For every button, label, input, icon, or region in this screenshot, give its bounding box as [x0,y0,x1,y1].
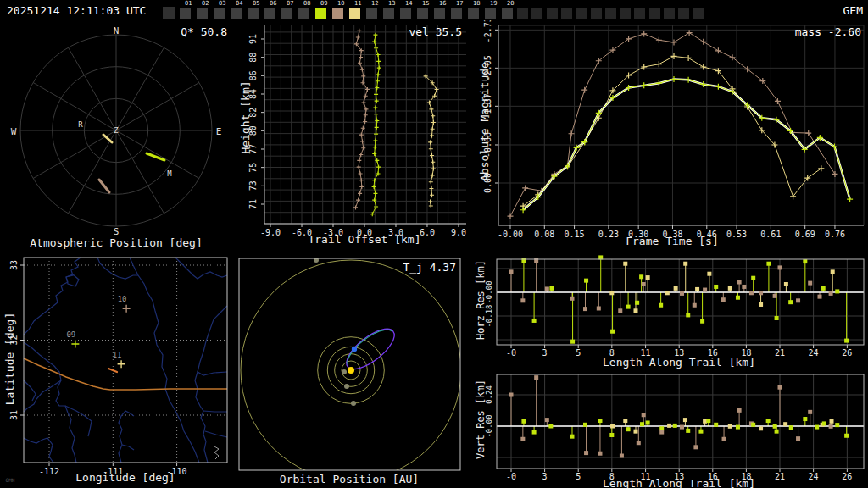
frame-box-extra [591,8,602,19]
vert-res-plot: -0358111316182124260.24-0.00 [475,370,868,488]
frame-item-swatch [502,8,513,19]
horz-res-plot: -035811131618212426-0.00-0.18 [475,253,868,370]
mass-stat: mass -2.60 [746,25,861,38]
frame-item-label: 08 [303,0,310,7]
tj-stat: T_j 4.37 [356,261,456,274]
frame-box-extra [693,8,704,19]
frame-box-extra [634,8,645,19]
frame-box-extra [547,8,558,19]
svg-text:GMN: GMN [6,477,15,483]
frame-item-01[interactable]: 01 [180,0,197,20]
map-xlabel: Longitude [deg] [15,471,236,484]
svg-text:E: E [216,126,222,137]
frame-item-label: 06 [270,0,276,7]
frame-item-20[interactable]: 20 [502,0,519,20]
frame-item-label: 18 [473,0,480,7]
frame-item-15[interactable]: 15 [417,0,434,20]
frame-item-label: 14 [405,0,412,7]
svg-text:09: 09 [66,330,75,339]
frame-item-label: 04 [236,0,242,7]
frame-box-extra [531,8,542,19]
frame-item-label: 16 [439,0,446,7]
ground-map-plot: 091011-112-111-110333231GMN [0,253,237,488]
frame-box-extra [678,8,689,19]
meteor-observation-console: { "topbar": { "utc": "20251214 12:11:03 … [0,0,868,488]
frame-item-07[interactable]: 07 [281,0,298,20]
frame-item-swatch [349,8,360,19]
trail-offset-plot: -9.0-6.0-3.00.03.06.09.07173757780828486… [237,20,475,253]
lightcurve-ylabel: Absolute Magnitude [478,37,491,207]
frame-item-label: 10 [337,0,344,7]
frame-item-swatch [400,8,411,19]
frame-item-swatch [468,8,479,19]
q-stat: Q* 50.8 [136,25,227,38]
frame-item-label: 11 [354,0,361,7]
frame-item-06[interactable]: 06 [264,0,281,20]
frame-item-swatch [298,8,309,19]
frame-item-label: 12 [371,0,378,7]
svg-text:26: 26 [842,348,852,358]
frame-box-extra [649,8,660,19]
trail-ylabel: Height [km] [239,33,252,202]
frame-item-18[interactable]: 18 [468,0,485,20]
frame-item-label: 05 [253,0,259,7]
frame-item-label: 01 [185,0,192,7]
frame-box-extra [576,8,587,19]
frame-item-swatch [264,8,275,19]
svg-text:3: 3 [542,472,548,481]
frame-item-swatch [197,8,208,19]
frame-item-19[interactable]: 19 [485,0,502,20]
frame-box-extra [517,8,528,19]
frame-item-16[interactable]: 16 [434,0,451,20]
frame-item-12[interactable]: 12 [366,0,383,20]
frame-item-label: 19 [490,0,497,7]
vert-res-ylabel: Vert Res [km] [475,335,487,488]
frame-item-05[interactable]: 05 [248,0,264,20]
orbital-position-plot [237,253,475,488]
frame-item-09[interactable]: 09 [315,0,332,20]
svg-text:24: 24 [809,348,819,358]
frame-item-02[interactable]: 02 [197,0,214,20]
svg-text:11: 11 [113,351,122,359]
svg-text:Z: Z [114,126,119,135]
frame-item-swatch [332,8,343,19]
lightcurve-xlabel: Frame Time [s] [562,235,782,247]
frame-item-label: 15 [422,0,429,7]
frame-strip: 0102030405060708091011121314151617181920 [0,0,868,20]
frame-box-extra [664,8,675,19]
atmospheric-position-plot: NESWZRM [0,20,237,253]
top-bar: 20251214 12:11:03 UTC 010203040506070809… [0,0,868,20]
svg-text:M: M [167,169,172,178]
frame-item-label: 07 [287,0,293,7]
svg-text:-0: -0 [506,348,516,358]
svg-text:W: W [11,126,17,137]
frame-item-17[interactable]: 17 [451,0,468,20]
trail-xlabel: Trail Offset [km] [254,233,475,246]
svg-text:3: 3 [542,348,548,358]
shower-code: GEM [797,4,863,17]
frame-item-label: 20 [507,0,514,7]
frame-item-11[interactable]: 11 [349,0,366,20]
frame-item-swatch [180,8,191,19]
frame-item-04[interactable]: 04 [231,0,248,20]
frame-item-swatch [383,8,394,19]
frame-item-swatch [366,8,377,19]
frame-item-10[interactable]: 10 [332,0,349,20]
frame-box-extra [561,8,572,19]
svg-text:26: 26 [842,472,852,481]
orbital-xlabel: Orbital Position [AU] [239,473,459,485]
svg-text:N: N [114,25,120,36]
frame-item-swatch [451,8,462,19]
frame-item-03[interactable]: 03 [214,0,231,20]
frame-box-extra [605,8,616,19]
svg-text:33: 33 [9,260,19,270]
frame-item-label: 13 [388,0,395,7]
svg-text:0.69: 0.69 [795,230,815,239]
frame-item-13[interactable]: 13 [383,0,400,20]
svg-text:R: R [78,120,83,129]
frame-item-14[interactable]: 14 [400,0,417,20]
svg-text:10: 10 [118,295,127,303]
frame-item-swatch [231,8,242,19]
frame-box-blank [163,7,175,19]
frame-item-08[interactable]: 08 [298,0,315,20]
